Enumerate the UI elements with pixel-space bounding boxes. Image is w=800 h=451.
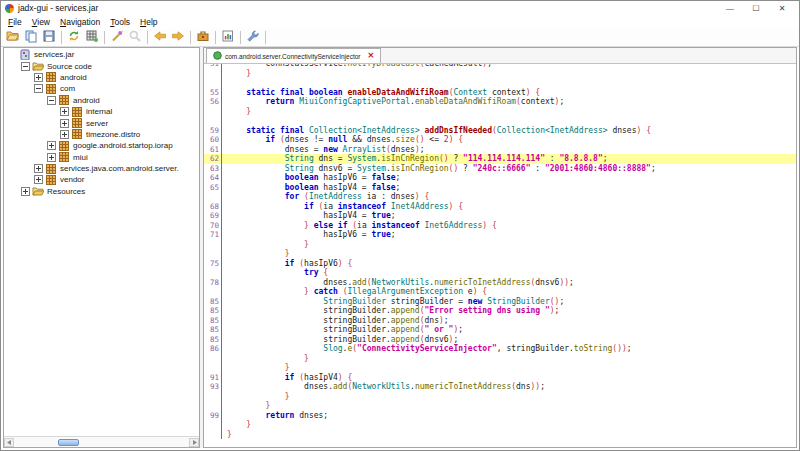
code-line[interactable]: } xyxy=(204,430,796,440)
code-line[interactable] xyxy=(204,78,796,88)
tree-item-vendor[interactable]: vendor xyxy=(4,174,199,185)
code-line-70[interactable]: 70 } else if (ia instanceof Inet6Address… xyxy=(204,221,796,231)
log-button[interactable] xyxy=(220,30,236,46)
menu-tools[interactable]: Tools xyxy=(105,17,135,27)
class-search-button[interactable] xyxy=(84,30,100,46)
code-line-93[interactable]: 93 dnses.add(NetworkUtils.numericToInetA… xyxy=(204,382,796,392)
maximize-button[interactable]: ☐ xyxy=(743,2,769,15)
editor-tab[interactable]: com.android.server.ConnectivityServiceIn… xyxy=(206,48,381,63)
tree-item-server[interactable]: server xyxy=(4,117,199,128)
code-line-99[interactable]: 99 return dnses; xyxy=(204,411,796,421)
menu-file[interactable]: File xyxy=(3,17,27,27)
tree-item-services-jar[interactable]: services.jar xyxy=(4,49,199,60)
code-line[interactable]: try { xyxy=(204,268,796,278)
code-line-71[interactable]: 71 hasIpV6 = true; xyxy=(204,230,796,240)
code-line[interactable] xyxy=(204,116,796,126)
code-line[interactable]: } xyxy=(204,107,796,117)
folder-open-icon xyxy=(32,186,44,197)
code-line-59[interactable]: 59 static final Collection<InetAddress> … xyxy=(204,126,796,136)
code-line-85[interactable]: 85 StringBuilder stringBuilder = new Str… xyxy=(204,297,796,307)
code-line-65[interactable]: 65 boolean hasIpV4 = false; xyxy=(204,183,796,193)
tree-item-timezone-distro[interactable]: timezone.distro xyxy=(4,129,199,140)
code-line[interactable]: } xyxy=(204,363,796,373)
code-line[interactable]: } xyxy=(204,69,796,79)
open-file-button[interactable] xyxy=(5,30,21,46)
tree-item-resources[interactable]: Resources xyxy=(4,186,199,197)
expand-icon[interactable] xyxy=(60,130,69,139)
code-line[interactable]: } xyxy=(204,249,796,259)
close-button[interactable]: ✕ xyxy=(769,2,795,15)
tree-item-android[interactable]: android xyxy=(4,95,199,106)
collapse-icon[interactable] xyxy=(34,84,43,93)
code-line-64[interactable]: 64 boolean hasIpV6 = false; xyxy=(204,173,796,183)
code-line-60[interactable]: 60 if (dnses != null && dnses.size() <= … xyxy=(204,135,796,145)
expand-icon[interactable] xyxy=(21,187,30,196)
code-line-61[interactable]: 61 dnses = new ArrayList(dnses); xyxy=(204,145,796,155)
tree-item-miui[interactable]: miui xyxy=(4,152,199,163)
expand-icon[interactable] xyxy=(34,175,43,184)
line-number: 71 xyxy=(204,230,221,240)
tree-item-com[interactable]: com xyxy=(4,83,199,94)
tree-item-google-android-startop-iorap[interactable]: google.android.startop.iorap xyxy=(4,140,199,151)
code-line[interactable]: for (InetAddress ia : dnses) { xyxy=(204,192,796,202)
tree-item-services-java-com-android-server[interactable]: services.java.com.android.server. xyxy=(4,163,199,174)
code-line-91[interactable]: 91 if (hasIpV4) { xyxy=(204,373,796,383)
code-line-85[interactable]: 85 stringBuilder.append(dns); xyxy=(204,316,796,326)
code-line-75[interactable]: 75 if (hasIpV6) { xyxy=(204,259,796,269)
expand-icon[interactable] xyxy=(47,153,56,162)
code-line-78[interactable]: 78 dnses.add(NetworkUtils.numericToInetA… xyxy=(204,278,796,288)
collapse-icon[interactable] xyxy=(21,62,30,71)
expand-icon[interactable] xyxy=(60,107,69,116)
tab-close-icon[interactable]: ✕ xyxy=(367,52,374,60)
code-area[interactable]: 51 connStatsService.notifyBroadcast(cach… xyxy=(204,64,796,447)
code-line-85[interactable]: 85 stringBuilder.append(dnsv6); xyxy=(204,335,796,345)
save-all-button[interactable] xyxy=(41,30,57,46)
code-line[interactable]: } catch (IllegalArgumentException e) { xyxy=(204,287,796,297)
code-text: for (InetAddress ia : dnses) { xyxy=(221,192,796,202)
code-line[interactable]: } xyxy=(204,354,796,364)
code-text: } xyxy=(221,420,796,430)
code-line-69[interactable]: 69 hasIpV4 = true; xyxy=(204,211,796,221)
expand-icon[interactable] xyxy=(34,73,43,82)
expand-icon[interactable] xyxy=(47,141,56,150)
code-line[interactable]: } xyxy=(204,401,796,411)
project-tree[interactable]: services.jarSource codeandroidcomandroid… xyxy=(4,48,199,436)
minimize-button[interactable]: — xyxy=(717,2,743,15)
code-line[interactable]: } xyxy=(204,240,796,250)
expand-icon[interactable] xyxy=(60,119,69,128)
tree-horizontal-scrollbar[interactable] xyxy=(4,436,199,447)
preferences-button[interactable] xyxy=(245,30,261,46)
code-line-56[interactable]: 56 return MiuiConfigCaptivePortal.enable… xyxy=(204,97,796,107)
line-number xyxy=(204,107,221,117)
jadx-gui-window: jadx-gui - services.jar — ☐ ✕ FileViewNa… xyxy=(0,0,800,451)
code-line-55[interactable]: 55 static final boolean enableDataAndWif… xyxy=(204,88,796,98)
code-line-85[interactable]: 85 stringBuilder.append("Error setting d… xyxy=(204,306,796,316)
collapse-icon[interactable] xyxy=(47,96,56,105)
code-line-86[interactable]: 86 Slog.e("ConnectivityServiceInjector",… xyxy=(204,344,796,354)
code-line-68[interactable]: 68 if (ia instanceof Inet4Address) { xyxy=(204,202,796,212)
scrollbar-thumb[interactable] xyxy=(58,439,79,446)
tree-item-android[interactable]: android xyxy=(4,72,199,83)
scroll-right-arrow-icon[interactable] xyxy=(189,438,199,447)
reload-button[interactable] xyxy=(66,30,82,46)
menu-help[interactable]: Help xyxy=(135,17,162,27)
tree-item-internal[interactable]: internal xyxy=(4,106,199,117)
code-line-62[interactable]: 62 String dns = System.isInCnRegion() ? … xyxy=(204,154,796,164)
code-line[interactable]: } xyxy=(204,392,796,402)
forward-button[interactable] xyxy=(170,30,186,46)
package-icon xyxy=(45,163,57,174)
expand-icon[interactable] xyxy=(34,164,43,173)
code-line-63[interactable]: 63 String dnsv6 = System.isInCnRegion() … xyxy=(204,164,796,174)
code-line-85[interactable]: 85 stringBuilder.append(" or "); xyxy=(204,325,796,335)
window-title: jadx-gui - services.jar xyxy=(18,3,98,13)
menu-navigation[interactable]: Navigation xyxy=(55,17,105,27)
deobfuscation-button[interactable] xyxy=(195,30,211,46)
text-search-button[interactable] xyxy=(127,30,143,46)
add-files-button[interactable] xyxy=(23,30,39,46)
menu-view[interactable]: View xyxy=(27,17,55,27)
code-line[interactable]: } xyxy=(204,420,796,430)
tree-item-source-code[interactable]: Source code xyxy=(4,60,199,71)
scroll-left-arrow-icon[interactable] xyxy=(4,438,14,447)
wand-button[interactable] xyxy=(109,30,125,46)
back-button[interactable] xyxy=(152,30,168,46)
